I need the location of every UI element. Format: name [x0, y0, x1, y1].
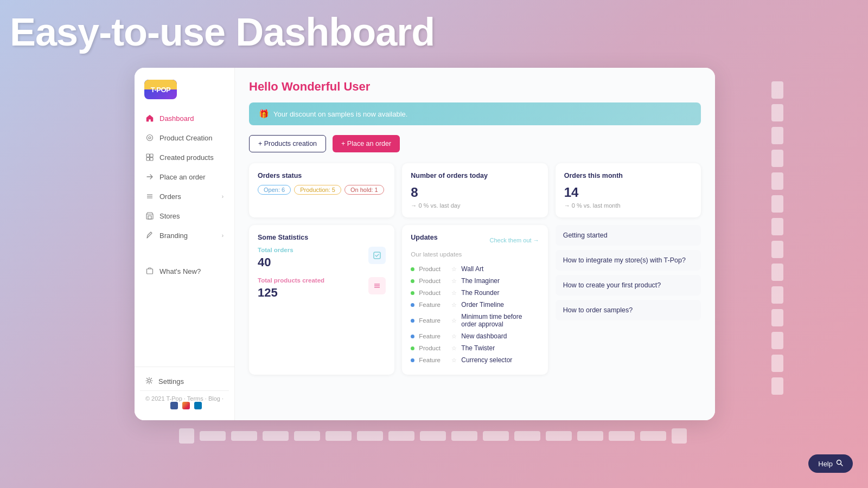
- nav-menu: Dashboard Product Creation: [135, 109, 234, 367]
- greeting-static: Hello: [249, 80, 278, 93]
- svg-rect-3: [150, 154, 154, 157]
- products-creation-button[interactable]: + Products creation: [249, 135, 326, 152]
- updates-title: Updates: [411, 234, 437, 241]
- logo-area: T-POP: [135, 75, 234, 109]
- sidebar-item-orders[interactable]: Orders ›: [140, 187, 229, 206]
- help-item-0[interactable]: Getting started: [556, 225, 701, 246]
- sidebar-item-branding[interactable]: Branding ›: [140, 226, 229, 245]
- svg-point-12: [148, 380, 151, 382]
- update-item-6: Product ☆ The Twister: [411, 342, 539, 354]
- update-item-1: Product ☆ The Imaginer: [411, 275, 539, 287]
- dashes-right-decoration: [771, 81, 784, 428]
- sidebar-label-stores: Stores: [159, 212, 180, 220]
- product-creation-icon: [145, 133, 154, 142]
- update-star-7: ☆: [451, 357, 457, 364]
- footer-copyright: © 2021 T-Pop: [145, 395, 182, 402]
- banner-text: Your discount on samples is now availabl…: [273, 110, 407, 118]
- update-type-0: Product: [419, 266, 447, 272]
- stores-icon: [145, 211, 154, 220]
- place-order-icon: [145, 172, 154, 181]
- help-button-label: Help: [818, 460, 833, 468]
- update-item-3: Feature ☆ Order Timeline: [411, 299, 539, 311]
- update-dot-1: [411, 279, 414, 283]
- orders-today-card: Number of orders today 8 → 0 % vs. last …: [402, 163, 547, 217]
- footer: © 2021 T-Pop · Terms · Blog ·: [140, 390, 229, 415]
- update-type-4: Feature: [419, 317, 447, 324]
- update-name-5: New dashboard: [461, 332, 507, 340]
- logo: T-POP: [144, 80, 177, 99]
- sidebar-item-dashboard[interactable]: Dashboard: [140, 109, 229, 127]
- sidebar-item-settings[interactable]: Settings: [140, 373, 229, 390]
- discount-banner: 🎁 Your discount on samples is now availa…: [249, 102, 701, 125]
- svg-rect-2: [146, 154, 150, 157]
- update-dot-4: [411, 319, 414, 323]
- update-dot-3: [411, 303, 414, 307]
- home-icon: [145, 114, 154, 123]
- update-type-2: Product: [419, 290, 447, 296]
- orders-month-card: Orders this month 14 → 0 % vs. last mont…: [556, 163, 701, 217]
- orders-today-title: Number of orders today: [411, 172, 539, 179]
- help-search-icon: [836, 459, 843, 468]
- action-buttons: + Products creation + Place an order: [249, 135, 701, 152]
- update-star-4: ☆: [451, 317, 457, 324]
- sidebar-label-settings: Settings: [158, 377, 184, 386]
- total-orders-row: Total orders 40: [258, 247, 386, 269]
- svg-point-0: [147, 135, 153, 141]
- update-name-1: The Imaginer: [461, 277, 500, 285]
- updates-link[interactable]: Check them out →: [490, 237, 539, 243]
- update-item-7: Feature ☆ Currency selector: [411, 354, 539, 366]
- facebook-icon[interactable]: [170, 402, 178, 409]
- sidebar-label-dashboard: Dashboard: [159, 114, 194, 123]
- svg-rect-11: [147, 269, 153, 274]
- updates-card: Updates Check them out → Our latest upda…: [402, 225, 547, 375]
- help-links-card: Getting started How to integrate my stor…: [556, 225, 701, 375]
- sidebar-item-whats-new[interactable]: What's New?: [140, 262, 229, 280]
- total-orders-value: 40: [258, 255, 293, 269]
- update-dot-2: [411, 291, 414, 295]
- sidebar-label-product-creation: Product Creation: [159, 134, 213, 142]
- updates-header: Updates Check them out →: [411, 234, 539, 247]
- sidebar-item-place-order[interactable]: Place an order: [140, 168, 229, 186]
- help-item-2[interactable]: How to create your first product?: [556, 275, 701, 296]
- social-links: [170, 402, 202, 409]
- footer-terms[interactable]: Terms: [187, 395, 203, 402]
- total-products-row: Total products created 125: [258, 277, 386, 300]
- svg-rect-5: [150, 158, 154, 161]
- place-order-button[interactable]: + Place an order: [333, 135, 400, 152]
- updates-list: Product ☆ Wall Art Product ☆ The Imagine…: [411, 263, 539, 366]
- update-item-0: Product ☆ Wall Art: [411, 263, 539, 275]
- update-name-7: Currency selector: [461, 356, 512, 364]
- linkedin-icon[interactable]: [194, 402, 202, 409]
- footer-blog[interactable]: Blog: [208, 395, 220, 402]
- greeting: Hello Wonderful User: [249, 80, 701, 94]
- orders-icon: [145, 192, 154, 201]
- instagram-icon[interactable]: [182, 402, 190, 409]
- total-orders-label: Total orders: [258, 247, 293, 253]
- update-name-2: The Rounder: [461, 289, 499, 297]
- statistics-card: Some Statistics Total orders 40: [249, 225, 394, 375]
- help-item-3[interactable]: How to order samples?: [556, 300, 701, 320]
- created-products-icon: [145, 153, 154, 162]
- svg-rect-4: [146, 158, 150, 161]
- sidebar-item-product-creation[interactable]: Product Creation: [140, 129, 229, 147]
- svg-rect-10: [148, 216, 151, 219]
- logo-text: T-POP: [151, 86, 171, 94]
- help-button[interactable]: Help: [808, 454, 853, 473]
- sidebar-label-created-products: Created products: [159, 153, 214, 162]
- update-name-3: Order Timeline: [461, 301, 504, 309]
- sidebar: T-POP Dashboard Product Cr: [135, 68, 235, 420]
- update-star-0: ☆: [451, 266, 457, 273]
- update-name-4: Minimum time before order approval: [461, 313, 539, 328]
- update-item-4: Feature ☆ Minimum time before order appr…: [411, 311, 539, 330]
- badge-open: Open: 6: [258, 185, 291, 195]
- orders-today-note: → 0 % vs. last day: [411, 202, 539, 209]
- help-item-1[interactable]: How to integrate my store(s) with T-Pop?: [556, 250, 701, 271]
- dashes-bottom-decoration: [179, 430, 781, 442]
- sidebar-item-stores[interactable]: Stores: [140, 207, 229, 225]
- orders-today-value: 8: [411, 185, 539, 200]
- update-dot-7: [411, 358, 414, 362]
- sidebar-label-branding: Branding: [159, 232, 188, 240]
- badge-production: Production: 5: [294, 185, 341, 195]
- orders-stats-icon: [368, 247, 386, 264]
- sidebar-item-created-products[interactable]: Created products: [140, 148, 229, 166]
